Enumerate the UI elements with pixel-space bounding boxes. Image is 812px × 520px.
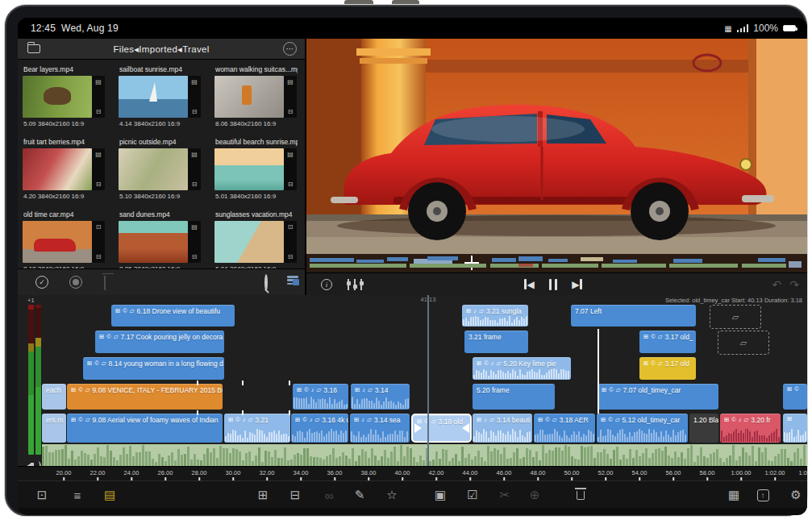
timeline-clip[interactable]: ⊞©▱9.08 Aerial view of foamy waves of In… bbox=[67, 414, 223, 443]
timeline-clip[interactable]: ⊞©▱5.12 old_timey_car bbox=[597, 414, 688, 443]
clip-label: 3.21 frame bbox=[468, 333, 502, 341]
timeline-clip[interactable]: ⊞©♪▱3.16 bbox=[293, 384, 348, 410]
timeline-overview-strip[interactable] bbox=[306, 254, 807, 272]
trim-handle-left[interactable] bbox=[413, 415, 423, 441]
timeline-clip[interactable]: 5.20 frame bbox=[473, 384, 555, 410]
pause-button[interactable] bbox=[549, 279, 558, 290]
ruler-label: 1:00.00 bbox=[731, 469, 751, 476]
clip-label: 3.21 bbox=[255, 416, 269, 424]
info-icon[interactable]: i bbox=[321, 279, 332, 290]
delete-clip-button[interactable] bbox=[104, 276, 106, 290]
library-item[interactable]: Bear layers.mp4▤⊟5.09 3840x2160 16:9 bbox=[23, 64, 105, 127]
skip-end-button[interactable]: ▶ bbox=[572, 279, 582, 290]
timeline-clip[interactable]: ⊞©▱3.18 old bbox=[411, 414, 472, 443]
insert-drop-target: ▱ bbox=[718, 331, 769, 355]
clip-thumbnail[interactable] bbox=[23, 76, 92, 118]
clip-thumbnail[interactable] bbox=[119, 221, 188, 263]
media-icon: ▱ bbox=[497, 360, 502, 367]
clip-thumbnail[interactable] bbox=[119, 148, 188, 190]
multiselect-button[interactable]: ✓ bbox=[35, 276, 48, 289]
clip-thumbnail[interactable] bbox=[214, 76, 284, 118]
timeline-clip[interactable]: ⊞♪▱3.14 beauti bbox=[473, 414, 532, 443]
timeline-clip[interactable]: ⊞©▱8.14 young woman in a long flowing d bbox=[83, 357, 224, 380]
settings-button[interactable]: ⚙ bbox=[785, 481, 807, 509]
search-button[interactable] bbox=[264, 276, 268, 290]
color-icon: © bbox=[651, 334, 656, 340]
timeline-clip[interactable]: ⊞♪▱3.14 sea bbox=[350, 414, 410, 443]
transform-icon: ⊞ bbox=[724, 417, 729, 423]
clip-thumbnail[interactable] bbox=[23, 221, 92, 263]
timeline-clip[interactable]: ⊞© bbox=[783, 384, 807, 410]
split-button[interactable]: ✂ bbox=[493, 481, 516, 509]
library-item[interactable]: beautiful bearch sunrise.mp4▤⊟5.01 3840x… bbox=[214, 136, 297, 200]
add-marker-button[interactable]: ⊕ bbox=[523, 481, 546, 509]
edit-pen-button[interactable]: ✎ bbox=[348, 481, 371, 509]
timeline-clip[interactable]: 7.07 Left bbox=[571, 305, 696, 327]
timeline-clip[interactable]: ⊞©♪▱5.20 Key lime pie bbox=[473, 357, 571, 380]
clip-thumbnail[interactable] bbox=[214, 221, 284, 263]
insert-button[interactable]: ⊞ bbox=[252, 481, 274, 509]
transform-icon: ⊞ bbox=[787, 386, 792, 393]
timeline-clip[interactable]: ⊞ bbox=[783, 414, 807, 443]
clip-details-button[interactable]: ≡ bbox=[66, 481, 89, 509]
library-item[interactable]: sand dunes.mp4▤⊟8.06 3840x2160 16:9 bbox=[119, 209, 201, 272]
timeline-clip[interactable]: ⊞©▱7.07 old_timey_car bbox=[598, 384, 718, 410]
signal-icon bbox=[737, 24, 749, 32]
timeline-clip[interactable]: 3.21 frame bbox=[464, 331, 528, 353]
timeline-clip[interactable]: ⊞©▱7.17 Cook pouring jelly on decora bbox=[95, 331, 224, 353]
timeline-clip[interactable]: ⊞©▱3.17 old_ bbox=[639, 331, 696, 353]
library-item[interactable]: sailboat sunrise.mp4▤⊟4.14 3840x2160 16:… bbox=[119, 64, 201, 127]
sort-button[interactable] bbox=[287, 276, 298, 286]
timeline-clip[interactable]: ers.m bbox=[42, 414, 66, 443]
playhead[interactable] bbox=[427, 295, 429, 466]
transform-icon: ⊞ bbox=[538, 417, 543, 423]
timeline-clip[interactable]: ⊞©♪▱3.16 4k u bbox=[291, 414, 348, 443]
link-button[interactable]: ∞ bbox=[318, 481, 340, 509]
delete-button[interactable] bbox=[569, 481, 592, 509]
timeline-clip[interactable]: ⊞©▱3.18 AER bbox=[534, 414, 595, 443]
overview-block bbox=[427, 256, 458, 260]
clip-filename: picnic outside.mp4 bbox=[119, 138, 202, 146]
effects-button[interactable]: ☆ bbox=[381, 481, 403, 509]
timeline-clip[interactable]: each bbox=[42, 384, 66, 410]
timeline-clip[interactable]: ⊞©♪▱3.20 fr bbox=[720, 414, 781, 443]
audio-meter-left bbox=[28, 305, 34, 455]
timeline-clip[interactable]: ⊞©♪▱3.21 bbox=[224, 414, 290, 443]
redo-button[interactable]: ↷ bbox=[789, 278, 799, 291]
timeline-clip[interactable]: ⊞♪▱3.14 bbox=[351, 384, 410, 410]
trim-handle-right[interactable] bbox=[460, 415, 470, 441]
copy-button[interactable]: ☑ bbox=[461, 481, 484, 509]
library-item[interactable]: picnic outside.mp4▤⊟5.10 3840x2160 16:9 bbox=[119, 136, 201, 200]
library-item[interactable]: old time car.mp4⊡⊟8.18 3840x2160 16:9 bbox=[23, 209, 105, 272]
timeline-ruler[interactable]: 20.0022.0024.0026.0028.0030.0032.0034.00… bbox=[18, 466, 807, 480]
transform-icon: ⊞ bbox=[71, 417, 76, 423]
track-layout-button[interactable]: ▤ bbox=[98, 481, 121, 509]
audio-meter-right bbox=[35, 305, 41, 455]
clip-thumbnail[interactable] bbox=[23, 148, 92, 190]
add-media-button[interactable]: ⊡ bbox=[31, 481, 53, 509]
library-item[interactable]: sunglasses vacation.mp4⊡⊟6.04 3840x2160 … bbox=[214, 209, 297, 272]
library-item[interactable]: woman walking suitcas...mp4▤⊟8.06 3840x2… bbox=[214, 64, 297, 127]
timeline-clip[interactable]: ⊞♪▱3.21 sungla bbox=[462, 305, 528, 327]
folder-icon[interactable] bbox=[27, 44, 40, 53]
timeline-clip[interactable]: 1.20 Bla bbox=[689, 414, 718, 443]
skip-start-button[interactable]: ◀ bbox=[524, 279, 535, 290]
overview-block bbox=[758, 258, 785, 262]
audio-icon: ♪ bbox=[491, 360, 494, 367]
library-item[interactable]: fruit tart berries.mp4▤⊟4.20 3840x2160 1… bbox=[23, 136, 105, 200]
timeline-clip[interactable]: ⊞©▱3.17 old bbox=[639, 357, 696, 380]
clip-thumbnail[interactable] bbox=[119, 76, 188, 118]
media-icon: ▱ bbox=[489, 417, 494, 423]
adjust-sliders-icon[interactable] bbox=[345, 279, 364, 290]
project-manager-button[interactable]: ▦ bbox=[722, 481, 745, 509]
share-button[interactable]: ↑ bbox=[752, 481, 774, 509]
record-button[interactable] bbox=[69, 276, 82, 289]
undo-button[interactable]: ↶ bbox=[772, 278, 782, 291]
overwrite-button[interactable]: ⊟ bbox=[284, 481, 306, 509]
drive-icon: ⊟ bbox=[288, 181, 294, 188]
timeline-clip[interactable]: ⊞©▱9.08 VENICE, ITALY - FEBRUARY 2015 Bu bbox=[67, 384, 223, 410]
paste-button[interactable]: ▣ bbox=[429, 481, 452, 509]
timeline-clip[interactable]: ⊞©▱6.18 Drone view of beautifu bbox=[111, 305, 235, 327]
library-menu-button[interactable]: ⋯ bbox=[283, 42, 297, 56]
clip-thumbnail[interactable] bbox=[214, 148, 284, 190]
